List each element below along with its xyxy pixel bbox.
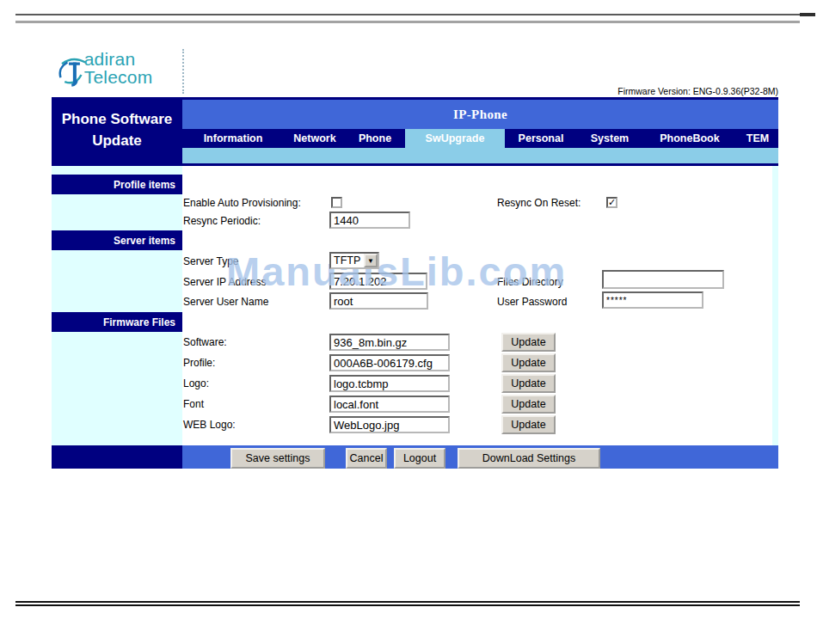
section-profile-items: Profile items bbox=[52, 175, 182, 194]
font-label: Font bbox=[183, 398, 204, 410]
resync-periodic-label: Resync Periodic: bbox=[183, 215, 261, 227]
software-label: Software: bbox=[183, 336, 227, 348]
files-directory-input[interactable] bbox=[602, 270, 724, 289]
font-input[interactable] bbox=[329, 396, 450, 413]
resync-on-reset-checkbox[interactable]: ✓ bbox=[606, 197, 617, 208]
user-password-input[interactable] bbox=[602, 291, 703, 309]
checkmark-icon: ✓ bbox=[608, 198, 616, 207]
tab-phonebook[interactable]: PhoneBook bbox=[652, 129, 728, 148]
firmware-version-text: Firmware Version: ENG-0.9.36(P32-8M) bbox=[617, 86, 778, 96]
tab-bar: Information Network Phone SwUpgrade Pers… bbox=[182, 129, 778, 148]
logo-label: Logo: bbox=[183, 377, 209, 389]
update-profile-button[interactable]: Update bbox=[501, 353, 556, 372]
profile-input[interactable] bbox=[329, 354, 450, 371]
update-software-button[interactable]: Update bbox=[501, 333, 556, 352]
logo-text: adiran Telecom bbox=[84, 50, 184, 93]
server-ip-input[interactable] bbox=[329, 273, 427, 290]
profile-label: Profile: bbox=[183, 357, 215, 369]
tab-system[interactable]: System bbox=[584, 129, 636, 148]
page-title: Phone Software Update bbox=[52, 97, 182, 163]
tab-underline-strip bbox=[182, 148, 778, 163]
tab-phone[interactable]: Phone bbox=[353, 129, 397, 148]
update-logo-button[interactable]: Update bbox=[501, 374, 556, 393]
section-server-items: Server items bbox=[52, 230, 182, 250]
software-input[interactable] bbox=[329, 334, 450, 351]
phone-config-page: adiran Telecom Firmware Version: ENG-0.9… bbox=[0, 0, 817, 644]
logout-button[interactable]: Logout bbox=[394, 448, 445, 469]
web-logo-input[interactable] bbox=[329, 416, 450, 433]
tab-network[interactable]: Network bbox=[285, 129, 345, 148]
download-settings-button[interactable]: DownLoad Settings bbox=[458, 448, 600, 469]
web-logo-label: WEB Logo: bbox=[183, 419, 236, 431]
enable-auto-provisioning-label: Enable Auto Provisioning: bbox=[183, 197, 301, 209]
server-ip-label: Server IP Address bbox=[183, 276, 267, 288]
enable-auto-provisioning-checkbox[interactable] bbox=[331, 197, 342, 208]
save-settings-button[interactable]: Save settings bbox=[230, 448, 325, 469]
sidebar-background bbox=[52, 166, 182, 445]
server-user-name-input[interactable] bbox=[329, 292, 428, 310]
section-firmware-files: Firmware Files bbox=[52, 312, 182, 332]
tadiran-logo: adiran Telecom bbox=[55, 50, 184, 93]
bottom-divider-line bbox=[15, 601, 800, 606]
server-type-select[interactable]: TFTP ▼ bbox=[329, 252, 379, 269]
resync-periodic-input[interactable] bbox=[329, 212, 410, 229]
header-title: IP-Phone bbox=[453, 107, 507, 122]
top-divider-line bbox=[15, 14, 800, 15]
update-web-logo-button[interactable]: Update bbox=[501, 415, 556, 434]
logo-input[interactable] bbox=[329, 375, 450, 392]
top-divider-cap bbox=[800, 13, 815, 16]
cancel-button[interactable]: Cancel bbox=[346, 448, 387, 469]
user-password-label: User Password bbox=[497, 296, 567, 308]
server-type-label: Server Type bbox=[183, 255, 238, 267]
tab-information[interactable]: Information bbox=[193, 129, 273, 148]
tab-swupgrade[interactable]: SwUpgrade bbox=[405, 129, 505, 148]
logo-dotted-separator bbox=[182, 49, 184, 94]
footer-sidebar-block bbox=[52, 445, 182, 469]
server-type-value: TFTP bbox=[331, 255, 364, 267]
tab-tem[interactable]: TEM bbox=[738, 129, 777, 148]
header-band: IP-Phone bbox=[182, 97, 778, 129]
tab-personal[interactable]: Personal bbox=[512, 129, 570, 148]
right-edge-strip bbox=[772, 166, 778, 445]
server-user-name-label: Server User Name bbox=[183, 296, 268, 308]
files-directory-label: Files Directory bbox=[497, 276, 563, 288]
resync-on-reset-label: Resync On Reset: bbox=[497, 197, 580, 209]
dropdown-arrow-icon[interactable]: ▼ bbox=[364, 254, 378, 267]
top-divider-line-2 bbox=[15, 21, 800, 23]
update-font-button[interactable]: Update bbox=[501, 395, 556, 414]
